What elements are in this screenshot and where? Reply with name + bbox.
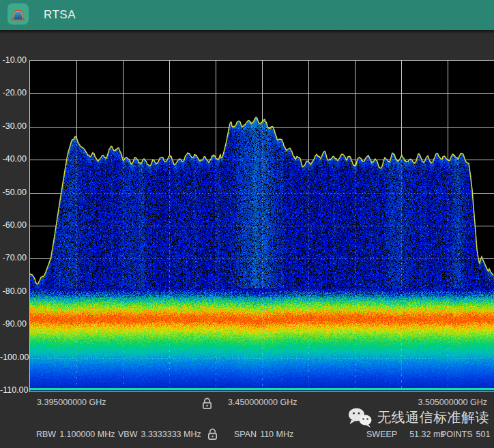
wechat-icon [347,407,373,428]
y-axis-label: -30.00 [0,121,27,131]
span-label: SPAN [234,430,257,439]
y-axis-label: -90.00 [0,319,27,329]
sweep-value: 51.32 ms [409,430,444,439]
vbw-setting[interactable]: VBW3.3333333 MHz [118,430,201,439]
frequency-lock-icon[interactable] [201,398,213,413]
y-axis-label: -110.00 [0,385,27,395]
y-axis-label: -50.00 [0,188,27,197]
start-frequency-label[interactable]: 3.395000000 GHz [37,398,106,407]
coupling-lock-icon[interactable] [207,428,218,443]
app-title: RTSA [44,8,76,22]
rbw-setting[interactable]: RBW1.100000 MHz [36,430,115,439]
y-axis-label: -60.00 [0,220,27,230]
header-bar: RTSA [0,0,494,30]
spectrum-canvas[interactable] [30,61,494,391]
rbw-value: 1.100000 MHz [59,430,115,439]
span-value: 110 MHz [260,430,293,439]
points-readout: POINTS501 [441,430,490,439]
sweep-readout: SWEEP51.32 ms [366,430,445,439]
spectrum-logo-icon [10,6,26,22]
y-axis-label: -100.00 [0,353,27,362]
rbw-label: RBW [36,430,56,439]
header-shadow [0,30,494,34]
y-axis-label: -80.00 [0,286,27,296]
watermark: 无线通信标准解读 [347,407,489,428]
center-frequency-label[interactable]: 3.450000000 GHz [228,398,297,407]
y-axis-label: -20.00 [0,88,27,98]
sweep-label: SWEEP [366,430,397,439]
points-value: 501 [476,430,491,439]
watermark-text: 无线通信标准解读 [377,408,489,427]
y-axis-label: -70.00 [0,253,27,263]
span-setting[interactable]: SPAN110 MHz [234,430,293,439]
vbw-value: 3.3333333 MHz [141,430,201,439]
y-axis-label: -10.00 [0,55,27,65]
points-label: POINTS [441,430,473,439]
rtsa-app-icon [8,3,29,25]
vbw-label: VBW [118,430,137,439]
y-axis-label: -40.00 [0,154,27,164]
stop-frequency-label[interactable]: 3.505000000 GHz [418,398,487,407]
